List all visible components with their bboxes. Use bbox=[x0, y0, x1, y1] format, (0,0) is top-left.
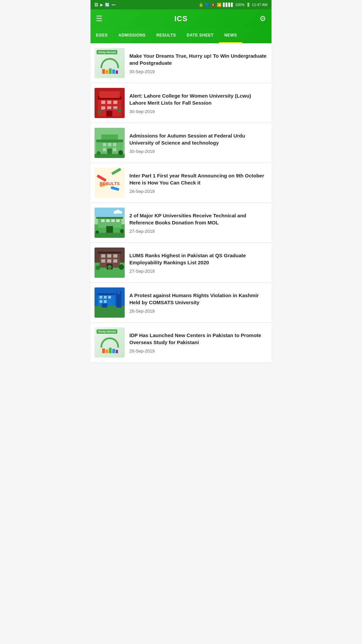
svg-rect-75 bbox=[104, 300, 107, 303]
svg-text:RESULTS: RESULTS bbox=[100, 181, 120, 186]
svg-rect-80 bbox=[102, 348, 105, 353]
news-title: Inter Part 1 First year Result Announcin… bbox=[129, 172, 267, 186]
svg-rect-71 bbox=[100, 296, 102, 299]
svg-rect-70 bbox=[97, 293, 115, 295]
news-date: 30-Sep-2019 bbox=[129, 149, 267, 154]
study-abroad-badge: Study Abroad bbox=[97, 50, 117, 54]
svg-point-16 bbox=[98, 111, 101, 113]
sync-icon: 🔄 bbox=[105, 3, 110, 7]
svg-rect-22 bbox=[103, 143, 106, 146]
news-content: A Protest against Humans Rights Violatio… bbox=[129, 287, 267, 318]
battery-icon: 🔋 bbox=[246, 3, 251, 7]
status-right: 🔒 🔵 🔇 📶 ▋▋▋▋ 100% 🔋 11:47 AM bbox=[199, 3, 267, 7]
svg-rect-8 bbox=[100, 91, 120, 98]
news-item[interactable]: Study Abroad IDP Has Launched New Center… bbox=[90, 323, 272, 363]
svg-rect-43 bbox=[111, 219, 115, 222]
news-content: 2 of Major KP Universities Receive Techn… bbox=[129, 208, 267, 238]
news-title: A Protest against Humans Rights Violatio… bbox=[129, 292, 267, 306]
status-bar: 🖼 ▶ 🔄 ••• 🔒 🔵 🔇 📶 ▋▋▋▋ 100% 🔋 11:47 AM bbox=[90, 0, 272, 9]
svg-point-64 bbox=[96, 265, 100, 270]
status-icons: 🖼 ▶ 🔄 ••• bbox=[95, 3, 116, 7]
svg-rect-72 bbox=[104, 296, 107, 299]
news-item[interactable]: LUMS Ranks Highest in Pakistan at QS Gra… bbox=[90, 243, 272, 283]
svg-rect-84 bbox=[116, 350, 118, 353]
svg-rect-21 bbox=[96, 140, 123, 142]
svg-point-17 bbox=[118, 109, 121, 112]
news-item[interactable]: 2 of Major KP Universities Receive Techn… bbox=[90, 203, 272, 243]
svg-point-30 bbox=[118, 150, 123, 155]
svg-rect-2 bbox=[109, 68, 112, 74]
news-item[interactable]: Study Abroad Make Your Dreams True, Hurr… bbox=[90, 43, 272, 83]
news-date: 27-Sep-2019 bbox=[129, 269, 267, 274]
svg-rect-82 bbox=[109, 348, 112, 353]
svg-rect-44 bbox=[116, 219, 120, 222]
news-date: 30-Sep-2019 bbox=[129, 109, 267, 114]
news-title: LUMS Ranks Highest in Pakistan at QS Gra… bbox=[129, 252, 267, 266]
news-item[interactable]: RESULTS Inter Part 1 First year Result A… bbox=[90, 163, 272, 203]
news-content: Admissions for Autumn Session at Federal… bbox=[129, 128, 267, 158]
image-icon: 🖼 bbox=[95, 3, 98, 7]
play-icon: ▶ bbox=[100, 3, 103, 7]
news-title: Admissions for Autumn Session at Federal… bbox=[129, 132, 267, 146]
news-content: IDP Has Launched New Centers in Pakistan… bbox=[129, 327, 267, 358]
news-title: 2 of Major KP Universities Receive Techn… bbox=[129, 212, 267, 226]
svg-rect-41 bbox=[101, 219, 105, 222]
news-thumbnail bbox=[95, 88, 125, 118]
news-date: 26-Sep-2019 bbox=[129, 309, 267, 314]
time: 11:47 AM bbox=[252, 3, 267, 7]
wifi-icon: 📶 bbox=[217, 3, 222, 7]
app-bar: ☰ ICS ⚙ bbox=[90, 9, 272, 28]
news-thumbnail bbox=[95, 208, 125, 238]
svg-rect-74 bbox=[100, 300, 102, 303]
mute-icon: 🔇 bbox=[211, 3, 216, 7]
svg-rect-15 bbox=[106, 111, 112, 116]
news-thumbnail: RESULTS bbox=[95, 168, 125, 198]
svg-rect-42 bbox=[106, 219, 110, 222]
news-item[interactable]: Admissions for Autumn Session at Federal… bbox=[90, 123, 272, 163]
svg-rect-25 bbox=[103, 148, 106, 151]
news-content: LUMS Ranks Highest in Pakistan at QS Gra… bbox=[129, 248, 267, 278]
bluetooth-icon: 🔵 bbox=[205, 3, 209, 7]
settings-button[interactable]: ⚙ bbox=[259, 14, 266, 23]
news-title: Make Your Dreams True, Hurry up! To Win … bbox=[129, 52, 267, 66]
svg-rect-12 bbox=[101, 106, 105, 110]
news-item[interactable]: A Protest against Humans Rights Violatio… bbox=[90, 283, 272, 323]
study-abroad-badge: Study Abroad bbox=[97, 329, 117, 334]
lock-icon: 🔒 bbox=[199, 3, 203, 7]
svg-point-52 bbox=[119, 211, 122, 214]
hamburger-menu-button[interactable]: ☰ bbox=[96, 14, 103, 23]
svg-rect-24 bbox=[113, 143, 116, 146]
svg-rect-0 bbox=[102, 69, 105, 74]
tab-results[interactable]: RESULTS bbox=[151, 28, 181, 43]
svg-rect-73 bbox=[108, 296, 111, 299]
svg-rect-68 bbox=[95, 306, 125, 318]
svg-rect-60 bbox=[101, 259, 105, 263]
svg-rect-83 bbox=[112, 349, 115, 353]
tab-datesheet[interactable]: DATE SHEET bbox=[181, 28, 219, 43]
svg-rect-62 bbox=[113, 259, 117, 263]
news-item[interactable]: Alert: Lahore College for Women Universi… bbox=[90, 83, 272, 123]
svg-rect-27 bbox=[107, 149, 112, 155]
svg-rect-57 bbox=[101, 254, 105, 258]
tab-admissions[interactable]: ADMISSIONS bbox=[113, 28, 151, 43]
svg-point-66 bbox=[108, 265, 112, 269]
svg-rect-61 bbox=[107, 259, 111, 263]
news-title: IDP Has Launched New Centers in Pakistan… bbox=[129, 332, 267, 346]
svg-rect-56 bbox=[98, 252, 121, 254]
svg-rect-11 bbox=[113, 101, 117, 104]
svg-rect-58 bbox=[107, 254, 111, 258]
tab-news[interactable]: NEWS bbox=[219, 28, 242, 43]
svg-rect-10 bbox=[107, 101, 111, 104]
news-thumbnail bbox=[95, 287, 125, 318]
svg-rect-46 bbox=[95, 233, 125, 238]
svg-point-29 bbox=[97, 151, 101, 155]
svg-point-51 bbox=[114, 211, 117, 214]
svg-point-79 bbox=[117, 291, 120, 294]
news-thumbnail: Study Abroad bbox=[95, 48, 125, 78]
news-thumbnail bbox=[95, 248, 125, 278]
tab-colleges[interactable]: EGES bbox=[90, 28, 113, 43]
news-date: 30-Sep-2019 bbox=[129, 69, 267, 74]
svg-rect-81 bbox=[106, 350, 108, 353]
svg-rect-1 bbox=[106, 70, 108, 74]
news-date: 28-Sep-2019 bbox=[129, 189, 267, 194]
